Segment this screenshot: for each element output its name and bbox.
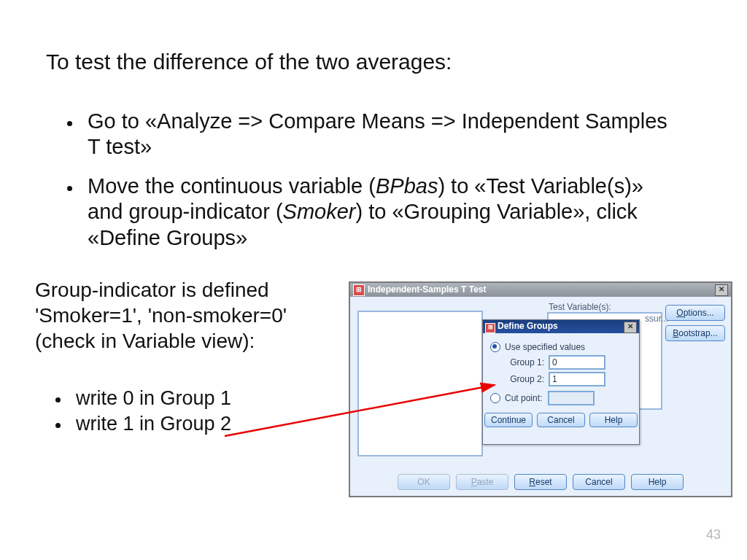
reset-button[interactable]: Reset xyxy=(514,474,567,490)
bullet-2: Move the continuous variable (BPbas) to … xyxy=(82,174,680,251)
paste-button: Paste xyxy=(456,474,508,490)
bullet-2-var2: Smoker xyxy=(283,200,356,223)
bullet-2-pre: Move the continuous variable ( xyxy=(88,174,376,198)
bullet-1-text: Go to «Analyze => Compare Means => Indep… xyxy=(88,109,667,158)
page-number: 43 xyxy=(706,527,721,542)
source-variable-list[interactable] xyxy=(357,311,483,456)
define-groups-dialog: ⊞Define Groups ✕ Use specified values Gr… xyxy=(482,319,640,445)
close-icon[interactable]: ✕ xyxy=(715,284,728,296)
close-icon[interactable]: ✕ xyxy=(624,322,637,333)
cancel-button[interactable]: Cancel xyxy=(573,474,625,490)
bootstrap-label: ootstrap... xyxy=(678,328,717,338)
dialog-titlebar: ⊞Independent-Samples T Test ✕ xyxy=(350,283,731,297)
dialog-title: Independent-Samples T Test xyxy=(368,284,486,295)
main-bullet-list: Go to «Analyze => Compare Means => Indep… xyxy=(53,109,680,264)
cut-point-input xyxy=(548,391,595,405)
para2-line1: Group-indicator is defined xyxy=(35,279,269,301)
app-icon: ⊞ xyxy=(485,323,495,333)
continue-button[interactable]: Continue xyxy=(484,413,533,427)
ok-button: OK xyxy=(398,474,450,490)
use-specified-label: se specified values xyxy=(511,342,585,352)
options-label: ptions... xyxy=(684,308,714,318)
para2-line3: (check in Variable view): xyxy=(35,330,255,352)
help-button[interactable]: Help xyxy=(631,474,684,490)
define-groups-title: Define Groups xyxy=(498,321,558,331)
sub-bullet-2: write 1 in Group 2 xyxy=(70,413,362,435)
cancel-button[interactable]: Cancel xyxy=(537,413,585,427)
radio-cut-point[interactable] xyxy=(490,393,500,403)
test-variables-label: Test Variable(s): xyxy=(549,302,611,312)
group2-label: Group 2: xyxy=(498,374,544,384)
radio-use-specified[interactable] xyxy=(490,342,500,352)
define-groups-titlebar: ⊞Define Groups ✕ xyxy=(483,320,639,333)
slide-heading: To test the difference of the two averag… xyxy=(46,50,452,74)
use-specified-radio-row[interactable]: Use specified values xyxy=(490,342,632,352)
side-button-group: Options... Bootstrap... xyxy=(665,305,725,341)
dialog-bottom-buttons: OK Paste Reset Cancel Help xyxy=(350,474,731,490)
cut-point-label: ut point: xyxy=(511,393,543,403)
group-indicator-paragraph: Group-indicator is defined 'Smoker=1', '… xyxy=(35,277,334,354)
group1-input[interactable]: 0 xyxy=(549,355,605,370)
options-button[interactable]: Options... xyxy=(665,305,725,321)
cut-point-radio-row[interactable]: Cut point: xyxy=(490,391,632,405)
sub-bullet-list: write 0 in Group 1 write 1 in Group 2 xyxy=(41,387,362,438)
group2-input[interactable]: 1 xyxy=(549,372,605,386)
bootstrap-button[interactable]: Bootstrap... xyxy=(665,325,725,341)
bullet-2-var1: BPbas xyxy=(376,174,438,198)
spss-dialog-screenshot: ⊞Independent-Samples T Test ✕ Test Varia… xyxy=(349,281,732,497)
bullet-1: Go to «Analyze => Compare Means => Indep… xyxy=(82,109,680,160)
help-button[interactable]: Help xyxy=(589,413,638,427)
group1-label: Group 1: xyxy=(498,357,544,368)
app-icon: ⊞ xyxy=(353,284,365,296)
sub-bullet-1: write 0 in Group 1 xyxy=(70,387,362,410)
para2-line2: 'Smoker=1', 'non-smoker=0' xyxy=(35,304,287,327)
